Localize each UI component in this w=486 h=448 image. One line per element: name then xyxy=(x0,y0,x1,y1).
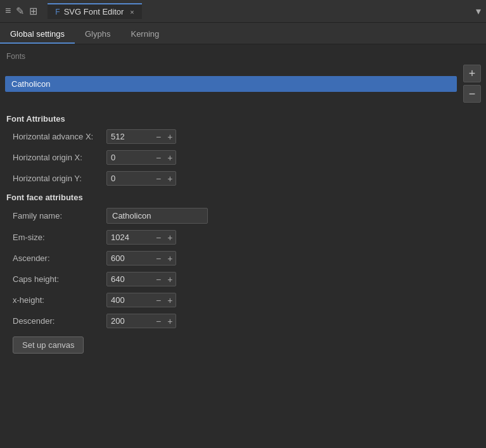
plus-caps-height[interactable]: + xyxy=(164,274,176,285)
input-wrapper-descender: − + xyxy=(106,314,176,328)
input-wrapper-em-size: − + xyxy=(106,230,176,245)
tab-glyphs[interactable]: Glyphs xyxy=(75,25,120,44)
expand-icon[interactable]: ▾ xyxy=(476,5,481,17)
tab-kerning[interactable]: Kerning xyxy=(120,25,169,44)
form-row-h-origin-y: Horizontal origin Y: − + xyxy=(0,168,486,189)
form-row-descender: Descender: − + xyxy=(0,310,486,331)
minus-em-size[interactable]: − xyxy=(153,232,164,243)
plus-h-origin-x[interactable]: + xyxy=(164,152,176,163)
minus-caps-height[interactable]: − xyxy=(153,274,164,285)
form-row-caps-height: Caps height: − + xyxy=(0,269,486,290)
minus-descender[interactable]: − xyxy=(153,316,164,327)
form-row-h-advance-x: Horizontal advance X: − + xyxy=(0,126,486,147)
font-attributes-heading: Font Attributes xyxy=(0,110,486,126)
input-wrapper-caps-height: − + xyxy=(106,272,176,286)
minus-h-origin-x[interactable]: − xyxy=(153,152,164,163)
label-h-origin-x: Horizontal origin X: xyxy=(13,153,101,162)
input-h-origin-y[interactable] xyxy=(107,172,153,185)
form-row-x-height: x-height: − + xyxy=(0,290,486,310)
input-descender[interactable] xyxy=(107,314,153,328)
input-ascender[interactable] xyxy=(107,252,153,265)
form-row-h-origin-x: Horizontal origin X: − + xyxy=(0,147,486,168)
set-up-canvas-button[interactable]: Set up canvas xyxy=(13,336,84,354)
font-tab-icon: F xyxy=(55,8,60,16)
label-descender: Descender: xyxy=(13,316,101,326)
input-family-name[interactable] xyxy=(106,208,208,224)
minus-h-origin-y[interactable]: − xyxy=(153,173,164,184)
label-caps-height: Caps height: xyxy=(13,274,101,284)
plus-ascender[interactable]: + xyxy=(164,253,176,264)
tabs-row: Global settings Glyphs Kerning xyxy=(0,23,486,44)
form-row-ascender: Ascender: − + xyxy=(0,248,486,269)
form-row-em-size: Em-size: − + xyxy=(0,227,486,248)
label-h-origin-y: Horizontal origin Y: xyxy=(13,174,101,183)
font-face-attributes-heading: Font face attributes xyxy=(0,189,486,205)
font-list-item[interactable]: Catholicon xyxy=(5,76,457,92)
plus-em-size[interactable]: + xyxy=(164,232,176,243)
plus-h-advance-x[interactable]: + xyxy=(164,131,176,143)
input-x-height[interactable] xyxy=(107,293,153,307)
label-ascender: Ascender: xyxy=(13,253,101,263)
plus-descender[interactable]: + xyxy=(164,316,176,327)
input-caps-height[interactable] xyxy=(107,272,153,286)
menu-icon[interactable]: ≡ xyxy=(5,5,11,17)
active-tab[interactable]: F SVG Font Editor × xyxy=(48,3,141,19)
label-x-height: x-height: xyxy=(13,295,101,305)
input-h-origin-x[interactable] xyxy=(107,151,153,164)
label-em-size: Em-size: xyxy=(13,233,101,242)
input-wrapper-h-origin-y: − + xyxy=(106,171,176,186)
close-tab-icon[interactable]: × xyxy=(130,8,134,16)
tab-global-settings[interactable]: Global settings xyxy=(0,25,75,44)
form-row-family-name: Family name: xyxy=(0,205,486,227)
fonts-row: Catholicon + − xyxy=(0,63,486,104)
title-bar: ≡ ✎ ⊞ F SVG Font Editor × ▾ xyxy=(0,0,486,23)
edit-icon[interactable]: ✎ xyxy=(16,5,24,17)
fonts-section-label: Fonts xyxy=(0,49,486,63)
minus-x-height[interactable]: − xyxy=(153,295,164,306)
remove-font-button[interactable]: − xyxy=(463,85,481,103)
input-wrapper-x-height: − + xyxy=(106,293,176,307)
content-area: Fonts Catholicon + − Font Attributes Hor… xyxy=(0,44,486,364)
input-wrapper-h-origin-x: − + xyxy=(106,150,176,165)
plus-h-origin-y[interactable]: + xyxy=(164,173,176,184)
add-font-button[interactable]: + xyxy=(463,65,481,82)
input-wrapper-h-advance-x: − + xyxy=(106,129,176,144)
label-h-advance-x: Horizontal advance X: xyxy=(13,132,101,141)
plus-x-height[interactable]: + xyxy=(164,295,176,306)
label-family-name: Family name: xyxy=(13,211,101,221)
title-bar-icons: ≡ ✎ ⊞ xyxy=(5,5,37,17)
input-wrapper-ascender: − + xyxy=(106,251,176,266)
tab-title: SVG Font Editor xyxy=(64,7,124,16)
layout-icon[interactable]: ⊞ xyxy=(29,5,37,17)
minus-h-advance-x[interactable]: − xyxy=(153,131,164,143)
minus-ascender[interactable]: − xyxy=(153,253,164,264)
input-h-advance-x[interactable] xyxy=(107,130,153,143)
input-em-size[interactable] xyxy=(107,231,153,244)
